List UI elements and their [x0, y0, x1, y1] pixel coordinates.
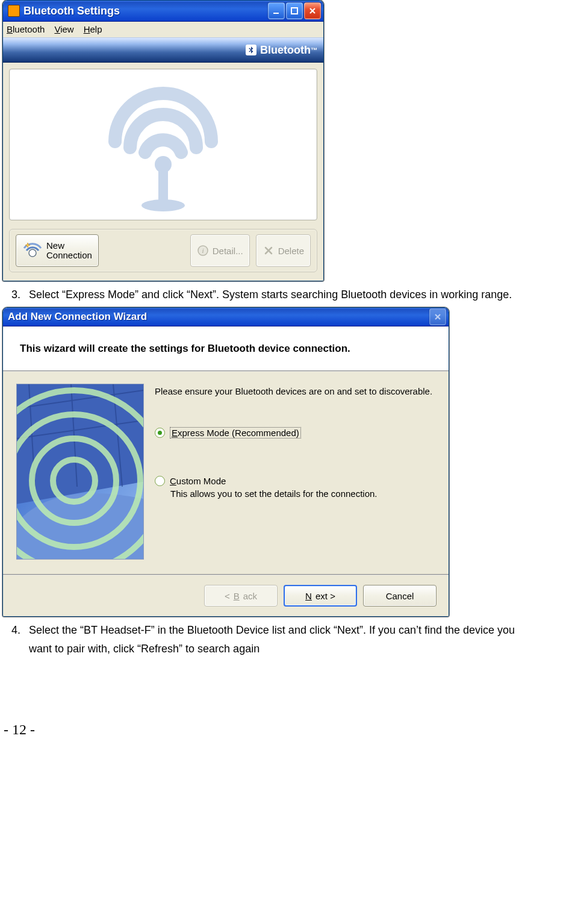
bluetooth-settings-window: Bluetooth Settings Bluetooth View Help [2, 0, 324, 281]
step-4-instruction: 4.Select the “BT Headset-F” in the Bluet… [0, 624, 575, 637]
brand-label: Bluetooth [260, 44, 311, 57]
step-4-text-1: Select the “BT Headset-F” in the Bluetoo… [29, 624, 515, 636]
minimize-button[interactable] [268, 2, 285, 19]
detail-button: i Detail... [190, 234, 250, 267]
close-button[interactable] [429, 308, 446, 325]
radio-on-icon [155, 428, 165, 438]
express-mode-radio[interactable]: Express Mode (Recommended) [155, 427, 435, 439]
delete-button: Delete [256, 234, 311, 267]
cancel-label: Cancel [386, 591, 414, 601]
menu-help[interactable]: Help [84, 24, 102, 34]
wizard-image [16, 384, 144, 560]
brand-bar: Bluetooth™ [3, 37, 323, 63]
new-connection-icon [22, 240, 43, 261]
svg-point-4 [141, 199, 185, 211]
menu-bluetooth[interactable]: Bluetooth [7, 24, 45, 34]
svg-point-5 [29, 249, 36, 257]
step-3-instruction: 3.Select “Express Mode” and click “Next”… [0, 289, 575, 301]
cancel-button[interactable]: Cancel [363, 585, 437, 607]
new-connection-label-1: New [46, 240, 64, 251]
step-4-text-2: want to pair with, click “Refresh” to se… [0, 643, 575, 655]
menubar: Bluetooth View Help [3, 22, 323, 37]
wizard-footer: < Back Next > Cancel [3, 574, 449, 616]
signal-icon [73, 75, 253, 214]
new-connection-button[interactable]: New Connection [16, 234, 99, 267]
wizard-title: Add New Connection Wizard [8, 311, 429, 323]
new-connection-label-2: Connection [46, 250, 92, 260]
delete-label: Delete [278, 246, 304, 256]
window-title: Bluetooth Settings [23, 5, 268, 17]
radio-off-icon [155, 476, 165, 486]
page-number: - 12 - [4, 722, 575, 738]
custom-mode-desc: This allows you to set the details for t… [170, 489, 435, 499]
add-new-connection-wizard-window: Add New Connection Wizard This wizard wi… [2, 307, 449, 617]
svg-rect-1 [291, 8, 297, 14]
delete-icon [263, 245, 275, 257]
wizard-titlebar[interactable]: Add New Connection Wizard [3, 308, 449, 326]
bluetooth-icon [246, 45, 256, 55]
titlebar[interactable]: Bluetooth Settings [3, 1, 323, 22]
app-icon [8, 5, 20, 17]
svg-rect-0 [273, 13, 279, 14]
step-3-text: Select “Express Mode” and click “Next”. … [29, 289, 512, 301]
detail-label: Detail... [213, 246, 243, 256]
back-button: < Back [204, 585, 278, 607]
device-list-panel[interactable] [9, 69, 317, 220]
info-icon: i [197, 245, 209, 257]
wizard-ensure-text: Please ensure your Bluetooth devices are… [155, 385, 435, 398]
next-button[interactable]: Next > [284, 585, 357, 607]
wizard-heading: This wizard will create the settings for… [3, 326, 449, 372]
custom-mode-radio[interactable]: Custom Mode [155, 476, 435, 486]
step-4-num: 4. [0, 624, 29, 637]
menu-view[interactable]: View [54, 24, 73, 34]
maximize-button[interactable] [286, 2, 303, 19]
svg-rect-3 [158, 164, 168, 203]
step-3-num: 3. [0, 289, 29, 301]
svg-text:i: i [202, 247, 204, 254]
button-row: New Connection i Detail... Delete [9, 229, 317, 272]
close-button[interactable] [304, 2, 321, 19]
